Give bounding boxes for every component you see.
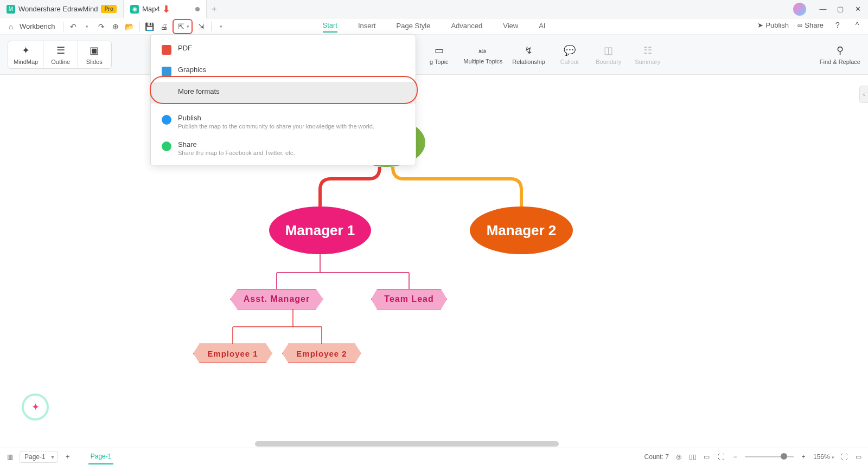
outline-icon: ☰ <box>56 44 65 56</box>
export-pdf-item[interactable]: PDF <box>151 38 416 60</box>
ribbon: ✦MindMap ☰Outline ▣Slides ▭g Topic ⅏Mult… <box>0 35 868 75</box>
import-icon[interactable]: ⇲ <box>196 21 207 32</box>
graphics-icon <box>162 67 171 76</box>
mindmap-view-button[interactable]: ✦MindMap <box>8 41 44 68</box>
quick-toolbar: ⌂ Workbench ↶ ▾ ↷ ⊕ 📂 💾 🖨 ⇱ ▾ ⇲ ▾ <box>0 18 868 35</box>
new-file-icon[interactable]: ⊕ <box>110 21 121 32</box>
panel-toggle-icon[interactable]: ▥ <box>5 453 14 461</box>
user-avatar[interactable] <box>793 3 806 16</box>
find-icon: ⚲ <box>837 44 844 56</box>
slides-icon: ▣ <box>90 44 99 56</box>
undo-dropdown-icon[interactable]: ▾ <box>82 21 93 32</box>
multiple-topics-button[interactable]: ⅏Multiple Topics <box>463 44 502 64</box>
dropdown-separator <box>151 106 416 106</box>
new-tab-button[interactable]: + <box>207 4 222 14</box>
open-file-icon[interactable]: 📂 <box>124 21 135 32</box>
node-asst-manager[interactable]: Asst. Manager <box>230 289 323 309</box>
summary-icon: ☷ <box>643 44 652 56</box>
menu-right-group: ➤ Publish ∞ Share ? ^ <box>757 20 863 30</box>
export-graphics-item[interactable]: Graphics <box>151 60 416 82</box>
callout-icon: 💬 <box>564 44 576 56</box>
tab-close-icon[interactable] <box>195 7 200 11</box>
outline-view-button[interactable]: ☰Outline <box>44 41 78 68</box>
add-page-button[interactable]: + <box>63 453 72 461</box>
node-employee-2[interactable]: Employee 2 <box>282 344 361 363</box>
zoom-out-button[interactable]: − <box>731 453 739 461</box>
minimize-button[interactable]: — <box>819 5 827 13</box>
export-dropdown-icon[interactable]: ▾ <box>187 24 189 29</box>
help-icon[interactable]: ? <box>832 20 843 30</box>
redo-icon[interactable]: ↷ <box>96 21 107 32</box>
export-icon[interactable]: ⇱ <box>176 21 187 32</box>
workbench-label[interactable]: Workbench <box>20 22 55 30</box>
node-employee-1[interactable]: Employee 1 <box>193 344 272 363</box>
share-button[interactable]: ∞ Share <box>797 21 824 29</box>
menu-ai[interactable]: AI <box>539 22 545 32</box>
connectors-svg <box>0 75 859 448</box>
export-button-highlight: ⇱ ▾ <box>173 19 193 34</box>
close-button[interactable]: ✕ <box>854 5 861 13</box>
title-bar: M Wondershare EdrawMind Pro ◉ Map4 ⬇ + —… <box>0 0 868 18</box>
menu-advanced[interactable]: Advanced <box>451 22 482 32</box>
node-team-lead[interactable]: Team Lead <box>371 289 447 309</box>
maximize-button[interactable]: ▢ <box>837 5 844 13</box>
export-share-item[interactable]: Share Share the map to Facebook and Twit… <box>151 135 416 162</box>
menu-page-style[interactable]: Page Style <box>397 22 431 32</box>
relationship-button[interactable]: ↯Relationship <box>512 44 545 65</box>
save-icon[interactable]: 💾 <box>144 21 155 32</box>
menu-insert[interactable]: Insert <box>358 22 376 32</box>
multiple-topics-icon: ⅏ <box>478 44 488 56</box>
share-icon: ∞ <box>797 21 802 29</box>
status-bar: ▥ Page-1 + Page-1 Count: 7 ◎ ▯▯ ▭ ⛶ − + … <box>0 448 868 465</box>
zoom-thumb[interactable] <box>781 453 787 460</box>
pro-badge: Pro <box>101 5 117 13</box>
menu-view[interactable]: View <box>503 22 518 32</box>
publish-round-icon <box>162 115 171 125</box>
boundary-button[interactable]: ◫Boundary <box>594 44 623 65</box>
publish-icon: ➤ <box>757 21 763 29</box>
page-selector[interactable]: Page-1 <box>20 451 58 463</box>
horizontal-scrollbar[interactable] <box>255 441 559 447</box>
fullscreen-icon[interactable]: ⛶ <box>840 453 848 461</box>
reading-mode-icon[interactable]: ▭ <box>703 453 711 461</box>
share-round-icon <box>162 141 171 151</box>
arrow-down-icon: ⬇ <box>162 3 170 15</box>
zoom-in-button[interactable]: + <box>799 453 808 461</box>
collapse-ribbon-icon[interactable]: ^ <box>852 20 863 30</box>
find-replace-button[interactable]: ⚲Find & Replace <box>820 44 860 65</box>
slides-view-button[interactable]: ▣Slides <box>78 41 111 68</box>
print-icon[interactable]: 🖨 <box>158 21 169 32</box>
canvas[interactable]: Manager 1 Manager 2 Asst. Manager Team L… <box>0 75 859 448</box>
relationship-icon: ↯ <box>525 44 533 56</box>
pdf-icon <box>162 45 171 55</box>
document-tab[interactable]: ◉ Map4 ⬇ <box>124 0 207 18</box>
export-publish-item[interactable]: Publish Publish the map to the community… <box>151 108 416 135</box>
view-mode-group: ✦MindMap ☰Outline ▣Slides <box>8 41 112 69</box>
home-icon[interactable]: ⌂ <box>5 21 16 32</box>
app-logo-icon: M <box>7 5 15 14</box>
split-view-icon[interactable]: ▯▯ <box>688 453 697 461</box>
zoom-slider[interactable] <box>745 456 794 457</box>
node-manager-1[interactable]: Manager 1 <box>269 206 371 254</box>
undo-icon[interactable]: ↶ <box>68 21 79 32</box>
side-panel-toggle[interactable]: ‹ <box>859 86 868 103</box>
mindmap-icon: ✦ <box>22 44 30 56</box>
publish-button[interactable]: ➤ Publish <box>757 21 789 29</box>
floating-topic-button[interactable]: ▭g Topic <box>424 44 454 65</box>
ai-float-button[interactable]: ✦ <box>22 393 49 421</box>
more-tools-icon[interactable]: ▾ <box>216 21 227 32</box>
summary-button[interactable]: ☷Summary <box>633 44 662 65</box>
callout-button[interactable]: 💬Callout <box>555 44 584 65</box>
focus-mode-icon[interactable]: ◎ <box>674 453 683 461</box>
boundary-icon: ◫ <box>604 44 613 56</box>
zoom-label[interactable]: 156% ▾ <box>813 453 834 461</box>
presentation-icon[interactable]: ▭ <box>854 453 863 461</box>
floating-topic-icon: ▭ <box>435 44 444 56</box>
fit-page-icon[interactable]: ⛶ <box>717 453 725 461</box>
app-tab[interactable]: M Wondershare EdrawMind Pro <box>0 0 124 18</box>
export-more-formats-item[interactable]: More formats <box>151 82 416 104</box>
menu-start[interactable]: Start <box>323 21 337 33</box>
node-manager-2[interactable]: Manager 2 <box>470 206 573 254</box>
publish-label: Publish <box>765 21 789 29</box>
page-tab[interactable]: Page-1 <box>88 449 114 464</box>
